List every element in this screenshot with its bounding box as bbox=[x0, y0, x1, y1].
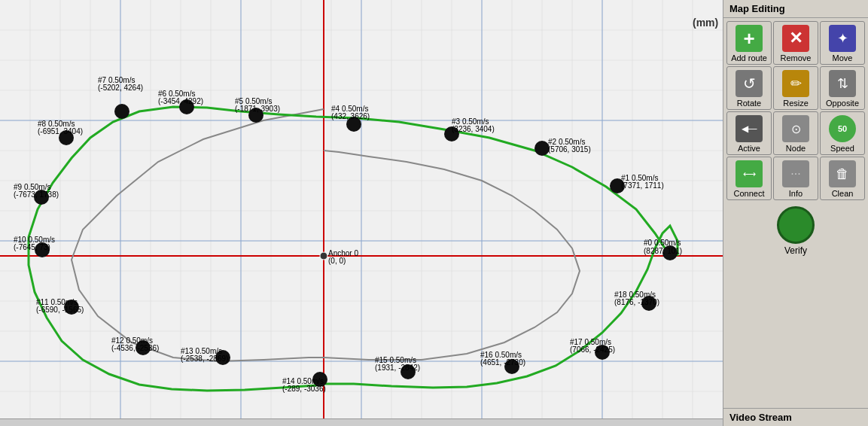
connect-button[interactable]: ⟷ Connect bbox=[726, 157, 772, 200]
connect-icon: ⟷ bbox=[736, 160, 763, 187]
anchor-point bbox=[320, 252, 327, 260]
verify-circle[interactable] bbox=[777, 206, 815, 244]
node-button[interactable]: ⊙ Node bbox=[773, 111, 818, 155]
svg-text:(-6951, 3404): (-6951, 3404) bbox=[38, 127, 83, 135]
verify-section: Verify bbox=[723, 203, 868, 259]
resize-label: Resize bbox=[783, 99, 809, 108]
rotate-label: Rotate bbox=[737, 99, 761, 108]
svg-text:(-6590, -1565): (-6590, -1565) bbox=[36, 306, 84, 314]
svg-text:(-289, -3036): (-289, -3036) bbox=[282, 385, 326, 393]
add-route-button[interactable]: + Add route bbox=[726, 21, 772, 65]
resize-icon: ✏ bbox=[782, 70, 809, 97]
svg-text:(-7645, 73): (-7645, 73) bbox=[14, 243, 50, 251]
panel-title: Map Editing bbox=[723, 0, 868, 18]
info-icon: ··· bbox=[782, 160, 809, 187]
svg-text:(5706, 3015): (5706, 3015) bbox=[548, 145, 591, 154]
remove-icon: ✕ bbox=[782, 25, 809, 52]
svg-text:(-5202, 4264): (-5202, 4264) bbox=[98, 84, 143, 92]
svg-text:(-1871, 3903): (-1871, 3903) bbox=[235, 105, 280, 113]
clean-button[interactable]: 🗑 Clean bbox=[820, 157, 865, 200]
svg-text:(1931, -2842): (1931, -2842) bbox=[375, 364, 420, 372]
video-stream-section: Video Stream bbox=[723, 408, 868, 426]
opposite-button[interactable]: ⇅ Opposite bbox=[820, 66, 865, 110]
svg-text:(-3454, 4292): (-3454, 4292) bbox=[158, 97, 203, 105]
clean-icon: 🗑 bbox=[829, 160, 856, 187]
opposite-icon: ⇅ bbox=[829, 70, 856, 97]
svg-text:(-2538, -2869): (-2538, -2869) bbox=[181, 354, 228, 363]
active-label: Active bbox=[738, 144, 760, 153]
speed-label: Speed bbox=[830, 144, 854, 153]
right-panel: Map Editing + Add route ✕ Remove ✦ Move … bbox=[723, 0, 868, 426]
svg-text:(7066, -2425): (7066, -2425) bbox=[570, 345, 615, 354]
info-label: Info bbox=[789, 189, 803, 198]
resize-button[interactable]: ✏ Resize bbox=[773, 66, 818, 110]
video-stream-label: Video Stream bbox=[729, 412, 792, 423]
add-route-icon: + bbox=[736, 25, 763, 52]
info-button[interactable]: ··· Info bbox=[773, 157, 818, 200]
add-route-label: Add route bbox=[731, 53, 767, 62]
svg-text:(-4536, -2536): (-4536, -2536) bbox=[111, 344, 159, 352]
move-label: Move bbox=[833, 53, 853, 62]
toolbar-grid: + Add route ✕ Remove ✦ Move ↺ Rotate bbox=[723, 18, 868, 203]
svg-text:(4651, -2730): (4651, -2730) bbox=[480, 358, 525, 367]
map-area[interactable]: #0 0.50m/s (8287, 101) #1 0.50m/s (7371,… bbox=[0, 0, 723, 426]
connect-label: Connect bbox=[734, 189, 765, 198]
node-label-0: #0 0.50m/s bbox=[644, 239, 681, 247]
opposite-label: Opposite bbox=[826, 99, 859, 108]
node-2 bbox=[535, 141, 550, 156]
move-icon: ✦ bbox=[829, 25, 856, 52]
svg-text:(-7673, 1738): (-7673, 1738) bbox=[14, 190, 59, 199]
svg-text:(8287, 101): (8287, 101) bbox=[644, 247, 682, 255]
verify-label: Verify bbox=[784, 245, 807, 256]
svg-text:(7371, 1711): (7371, 1711) bbox=[621, 181, 664, 190]
svg-text:(0, 0): (0, 0) bbox=[328, 257, 346, 265]
active-icon: ◀— bbox=[736, 115, 763, 142]
rotate-icon: ↺ bbox=[736, 70, 763, 97]
svg-text:(432, 3626): (432, 3626) bbox=[331, 112, 370, 120]
speed-button[interactable]: 50 Speed bbox=[820, 111, 865, 155]
remove-button[interactable]: ✕ Remove bbox=[773, 21, 818, 65]
node-7 bbox=[114, 104, 129, 119]
svg-text:(8176, -1370): (8176, -1370) bbox=[614, 298, 659, 306]
rotate-button[interactable]: ↺ Rotate bbox=[726, 66, 772, 110]
node-label: Node bbox=[786, 144, 806, 153]
active-button[interactable]: ◀— Active bbox=[726, 111, 772, 155]
speed-icon: 50 bbox=[829, 115, 856, 142]
move-button[interactable]: ✦ Move bbox=[820, 21, 865, 65]
svg-text:(3236, 3404): (3236, 3404) bbox=[452, 125, 495, 133]
mm-label: (mm) bbox=[693, 17, 718, 29]
remove-label: Remove bbox=[781, 53, 812, 62]
node-icon: ⊙ bbox=[782, 115, 809, 142]
clean-label: Clean bbox=[832, 189, 854, 198]
